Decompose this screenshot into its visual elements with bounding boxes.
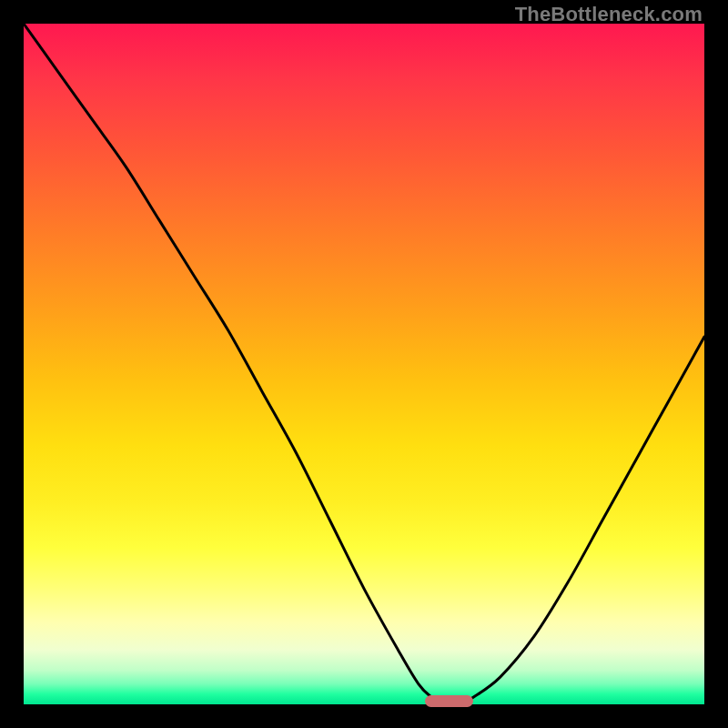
bottleneck-curve: [24, 24, 704, 704]
optimal-range-marker: [425, 695, 472, 707]
chart-container: TheBottleneck.com: [0, 0, 728, 728]
plot-area: [24, 24, 704, 704]
